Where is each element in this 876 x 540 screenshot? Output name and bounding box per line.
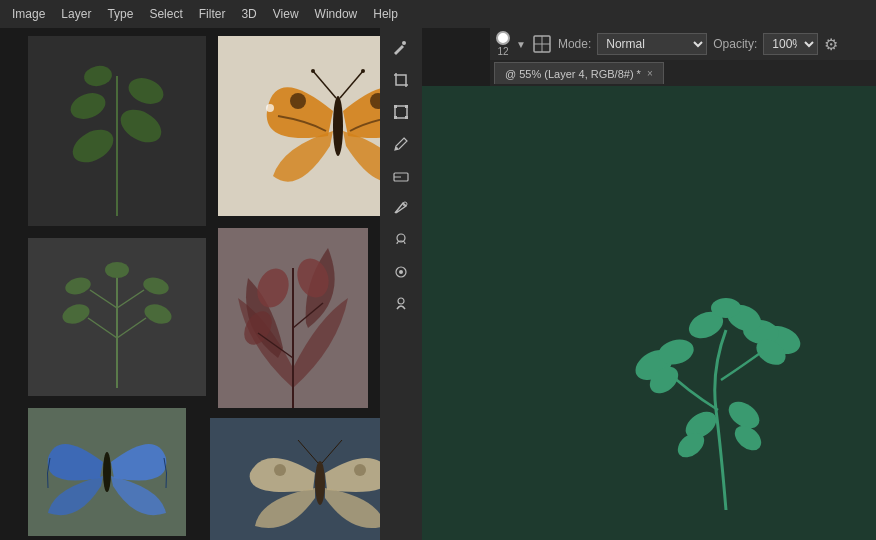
svg-point-54 [315, 461, 325, 505]
photo-butterfly-main [218, 36, 380, 216]
brush-dropdown[interactable]: ▼ [516, 39, 526, 50]
mode-label: Mode: [558, 37, 591, 51]
svg-rect-5 [394, 105, 397, 108]
paint-tool-btn[interactable] [386, 194, 416, 222]
svg-rect-7 [394, 116, 397, 119]
crop-tool-btn[interactable] [386, 66, 416, 94]
eraser-tool-btn[interactable] [386, 162, 416, 190]
brush-size-label: 12 [497, 46, 508, 57]
menu-layer[interactable]: Layer [53, 5, 99, 23]
svg-point-31 [311, 69, 315, 73]
svg-point-43 [105, 262, 129, 278]
photo-plant-mid-left [28, 238, 206, 396]
canvas-right [422, 86, 876, 540]
photo-flowers-mid [218, 228, 368, 408]
eyedropper-tool-btn[interactable] [386, 130, 416, 158]
mode-select[interactable]: NormalDissolveDarkenMultiplyColor BurnLi… [597, 33, 707, 55]
svg-point-32 [361, 69, 365, 73]
svg-point-9 [395, 147, 398, 150]
menu-3d[interactable]: 3D [233, 5, 264, 23]
brush-tool-btn[interactable] [386, 34, 416, 62]
svg-point-3 [402, 41, 406, 45]
svg-rect-6 [405, 105, 408, 108]
clone-tool-btn[interactable] [386, 226, 416, 254]
menu-filter[interactable]: Filter [191, 5, 234, 23]
photo-plant-top-left [28, 36, 206, 226]
tools-panel [380, 28, 422, 540]
svg-rect-8 [405, 116, 408, 119]
photo-moth [210, 418, 380, 540]
tab-bar: @ 55% (Layer 4, RGB/8#) * × [490, 60, 876, 86]
opacity-select[interactable]: 100%75%50%25% [763, 33, 818, 55]
menu-window[interactable]: Window [307, 5, 366, 23]
toolbar: 12 ▼ Mode: NormalDissolveDarkenMultiplyC… [490, 28, 876, 60]
tab-close-button[interactable]: × [647, 68, 653, 79]
settings-icon[interactable]: ⚙ [824, 35, 838, 54]
svg-point-55 [274, 464, 286, 476]
svg-point-67 [711, 298, 741, 318]
menu-view[interactable]: View [265, 5, 307, 23]
menu-help[interactable]: Help [365, 5, 406, 23]
menu-select[interactable]: Select [141, 5, 190, 23]
opacity-label: Opacity: [713, 37, 757, 51]
transform-tool-btn[interactable] [386, 98, 416, 126]
menu-image[interactable]: Image [4, 5, 53, 23]
canvas-area [0, 28, 380, 540]
svg-point-56 [354, 464, 366, 476]
svg-point-25 [290, 93, 306, 109]
svg-point-27 [266, 104, 274, 112]
svg-point-15 [398, 298, 404, 304]
menu-type[interactable]: Type [99, 5, 141, 23]
tab-label: @ 55% (Layer 4, RGB/8#) * [505, 68, 641, 80]
brush-preview [496, 31, 510, 45]
plant-illustration [596, 270, 856, 520]
svg-point-24 [333, 96, 343, 156]
dodge-tool-btn[interactable] [386, 290, 416, 318]
photo-blue-butterfly [28, 408, 186, 536]
svg-point-52 [103, 452, 111, 492]
document-tab[interactable]: @ 55% (Layer 4, RGB/8#) * × [494, 62, 664, 84]
brush-mode-icon[interactable] [532, 34, 552, 54]
spot-tool-btn[interactable] [386, 258, 416, 286]
svg-point-14 [399, 270, 403, 274]
menu-bar: Image Layer Type Select Filter 3D View W… [0, 0, 876, 28]
